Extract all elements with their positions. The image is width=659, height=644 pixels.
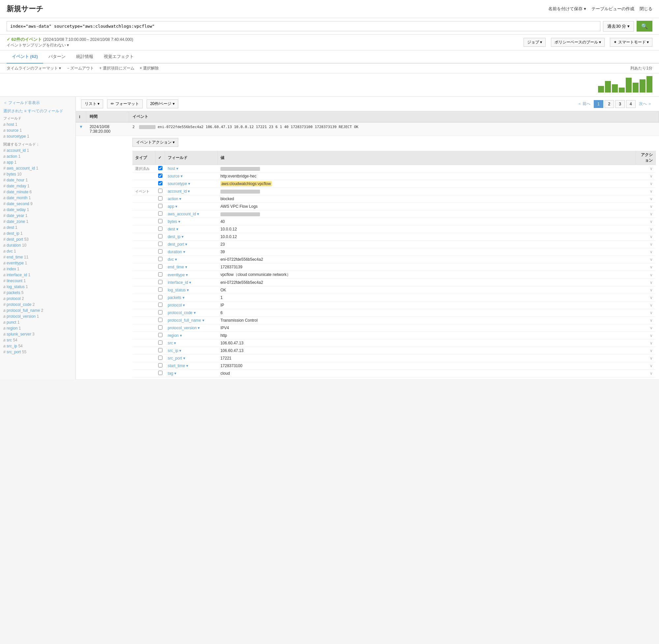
action-chevron-icon[interactable]: ∨ [650,341,653,345]
field-name-cell[interactable]: src_port ▾ [165,354,218,362]
field-check-cell[interactable] [155,226,165,233]
field-checkbox[interactable] [158,280,162,284]
field-check-cell[interactable] [155,370,165,377]
field-check-cell[interactable] [155,271,165,279]
field-action-cell[interactable]: ∨ [636,271,655,279]
field-check-cell[interactable] [155,180,165,188]
field-name-cell[interactable]: packets ▾ [165,294,218,302]
field-name-cell[interactable]: aws_account_id ▾ [165,210,218,218]
tab-visualization[interactable]: 視覚エフェクト [98,50,139,64]
field-name-link[interactable]: app ▾ [168,204,177,209]
field-check-cell[interactable] [155,279,165,286]
sidebar-related-field[interactable]: a src 54 [3,337,72,343]
field-name-link[interactable]: protocol_code ▾ [168,310,196,315]
action-chevron-icon[interactable]: ∨ [650,273,653,277]
action-chevron-icon[interactable]: ∨ [650,212,653,216]
expand-cell[interactable]: ▼ [76,122,86,136]
event-action-button[interactable]: イベントアクション ▾ [132,138,178,147]
field-checkbox[interactable] [158,249,162,254]
field-checkbox[interactable] [158,219,162,223]
field-check-cell[interactable] [155,195,165,203]
action-chevron-icon[interactable]: ∨ [650,318,653,323]
field-name-link[interactable]: dvc ▾ [168,257,177,262]
field-check-cell[interactable] [155,324,165,332]
field-checkbox[interactable] [158,189,162,193]
sidebar-selected-field[interactable]: a host 1 [3,121,72,128]
field-name-link[interactable]: src_port ▾ [168,356,185,361]
field-check-cell[interactable] [155,362,165,370]
action-chevron-icon[interactable]: ∨ [650,166,653,171]
action-chevron-icon[interactable]: ∨ [650,181,653,186]
field-check-cell[interactable] [155,263,165,271]
field-checkbox[interactable] [158,295,162,299]
field-name-link[interactable]: source ▾ [168,174,182,179]
next-page-button[interactable]: 次へ ＞ [637,100,654,107]
field-name-cell[interactable]: sourcetype ▾ [165,180,218,188]
field-check-cell[interactable] [155,354,165,362]
field-name-cell[interactable]: start_time ▾ [165,362,218,370]
field-checkbox[interactable] [158,234,162,238]
field-action-cell[interactable]: ∨ [636,279,655,286]
field-name-cell[interactable]: tag ▾ [165,370,218,377]
deselect-button[interactable]: × 選択解除 [140,66,159,71]
field-check-cell[interactable] [155,286,165,294]
action-chevron-icon[interactable]: ∨ [650,197,653,201]
page-3-button[interactable]: 3 [615,100,625,108]
sidebar-related-field[interactable]: a protocol_full_name 2 [3,307,72,314]
tab-events[interactable]: イベント (62) [6,50,43,64]
field-check-cell[interactable] [155,172,165,180]
selected-fields-header[interactable]: 選択された ≡ すべてのフィールド [3,108,72,114]
field-action-cell[interactable]: ∨ [636,172,655,180]
field-name-cell[interactable]: dvc ▾ [165,256,218,263]
action-chevron-icon[interactable]: ∨ [650,310,653,315]
sidebar-related-field[interactable]: # end_time 11 [3,254,72,260]
field-action-cell[interactable]: ∨ [636,256,655,263]
action-chevron-icon[interactable]: ∨ [650,265,653,269]
action-chevron-icon[interactable]: ∨ [650,333,653,338]
field-check-cell[interactable] [155,210,165,218]
field-action-cell[interactable]: ∨ [636,317,655,324]
field-name-link[interactable]: action ▾ [168,197,181,201]
hide-fields-button[interactable]: ＜ フィールド非表示 [3,100,72,106]
tab-patterns[interactable]: パターン [43,50,71,64]
field-check-cell[interactable] [155,248,165,256]
field-checkbox[interactable] [158,333,162,337]
field-action-cell[interactable]: ∨ [636,226,655,233]
field-name-cell[interactable]: app ▾ [165,203,218,210]
field-name-cell[interactable]: dest_ip ▾ [165,233,218,241]
sidebar-related-field[interactable]: a dest 1 [3,225,72,230]
sidebar-related-field[interactable]: # dest_port 53 [3,236,72,242]
page-1-button[interactable]: 1 [594,100,603,108]
zoom-out-button[interactable]: －ズームアウト [66,66,94,71]
sidebar-related-field[interactable]: a index 1 [3,266,72,272]
field-action-cell[interactable]: ∨ [636,263,655,271]
field-checkbox[interactable] [158,303,162,307]
field-name-link[interactable]: sourcetype ▾ [168,181,190,186]
sidebar-related-field[interactable]: a duration 10 [3,242,72,248]
action-chevron-icon[interactable]: ∨ [650,219,653,224]
action-chevron-icon[interactable]: ∨ [650,356,653,361]
action-chevron-icon[interactable]: ∨ [650,234,653,239]
field-name-cell[interactable]: src_ip ▾ [165,347,218,354]
field-name-link[interactable]: account_id ▾ [168,189,190,193]
field-name-link[interactable]: end_time ▾ [168,265,187,269]
action-chevron-icon[interactable]: ∨ [650,326,653,330]
field-name-link[interactable]: aws_account_id ▾ [168,212,199,216]
field-check-cell[interactable] [155,241,165,248]
field-action-cell[interactable]: ∨ [636,203,655,210]
field-checkbox[interactable] [158,363,162,367]
field-name-link[interactable]: protocol_full_name ▾ [168,318,204,323]
sidebar-related-field[interactable]: a punct 1 [3,319,72,325]
sidebar-related-field[interactable]: a eventtype 1 [3,260,72,266]
field-name-link[interactable]: dest_ip ▾ [168,234,183,239]
table-view-button[interactable]: テーブルビューの作成 [591,6,634,12]
field-name-cell[interactable]: log_status ▾ [165,286,218,294]
action-chevron-icon[interactable]: ∨ [650,189,653,193]
field-action-cell[interactable]: ∨ [636,362,655,370]
field-action-cell[interactable]: ∨ [636,218,655,226]
sidebar-related-field[interactable]: a src_ip 54 [3,343,72,349]
sidebar-related-field[interactable]: # protocol_code 2 [3,302,72,307]
search-button[interactable]: 🔍 [637,21,653,31]
field-checkbox[interactable] [158,196,162,201]
field-action-cell[interactable]: ∨ [636,370,655,377]
